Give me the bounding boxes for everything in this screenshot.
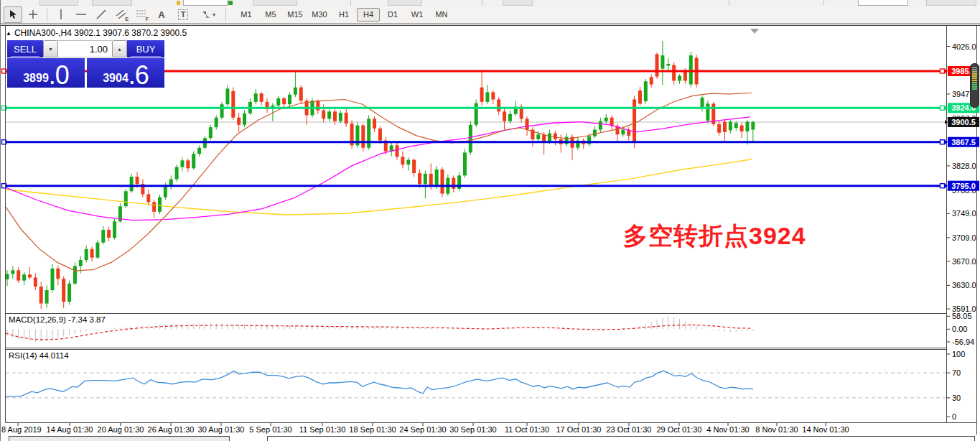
candle-body <box>497 99 500 111</box>
candle-body <box>237 118 241 125</box>
candle-body <box>536 134 540 139</box>
candle-body <box>260 93 263 102</box>
macd-label: MACD(12,26,9) -7.34 3.87 <box>9 315 106 324</box>
widget-stripe <box>972 75 977 77</box>
candle-body <box>136 177 139 184</box>
candle-body <box>299 88 303 101</box>
candle-body <box>406 160 410 165</box>
rsi-axis-label: 0 <box>952 412 956 421</box>
sell-price-box[interactable]: 3899.0 <box>7 58 85 88</box>
bottom-window-strip <box>0 435 980 441</box>
rsi-axis-label: 30 <box>952 394 961 402</box>
buy-price-small: 3904 <box>103 73 129 84</box>
widget-stripe <box>972 84 977 85</box>
candle-body <box>79 260 83 266</box>
symbol-ohlc-text: CHINA300-,H4 3902.1 3907.6 3870.2 3900.5 <box>14 28 187 38</box>
candle-body <box>729 122 732 131</box>
widget-stripe <box>972 80 977 81</box>
candle-body <box>554 134 557 139</box>
candle-body <box>28 274 32 277</box>
candle-body <box>220 104 224 117</box>
candle-body <box>197 148 201 154</box>
widget-stripe <box>972 71 977 73</box>
date-axis-label: 8 Aug 2019 <box>1 425 42 434</box>
candle-body <box>124 191 128 206</box>
macd-axis-label: 58.05 <box>952 312 972 320</box>
chart-text-annotation[interactable]: 多空转折点3924 <box>623 220 806 253</box>
date-axis-label: 4 Nov 01:30 <box>706 425 749 434</box>
candle-body <box>593 130 597 136</box>
candle-body <box>50 269 54 290</box>
candle-body <box>73 266 77 283</box>
sell-button[interactable]: SELL <box>7 40 43 57</box>
candle-body <box>650 77 653 84</box>
candle-body <box>526 119 529 129</box>
sell-price-big: .0 <box>49 65 69 86</box>
candle-body <box>745 122 749 131</box>
line-handle <box>941 140 945 144</box>
candle-body <box>231 91 235 118</box>
candle-body <box>62 279 65 302</box>
volume-increase-button[interactable]: ▲ <box>112 40 127 57</box>
chart-shift-marker[interactable] <box>750 29 759 34</box>
volume-decrease-button[interactable]: ▼ <box>43 40 58 57</box>
date-axis-label: 14 Nov 01:30 <box>802 425 849 434</box>
volume-input[interactable] <box>58 40 112 57</box>
line-handle <box>941 69 945 73</box>
ma-mid-line <box>6 117 750 220</box>
candle-body <box>90 249 94 258</box>
candle-body <box>56 269 60 279</box>
spin-up-icon: ▲ <box>117 47 122 52</box>
candle-body <box>11 270 14 274</box>
date-axis-label: 29 Oct 01:30 <box>657 425 702 434</box>
candle-body <box>661 55 664 68</box>
collapse-arrow-icon[interactable]: ▲ <box>6 30 11 37</box>
candle-body <box>475 103 478 125</box>
candle-body <box>599 121 602 130</box>
price-axis-label: 3670.0 <box>952 257 976 266</box>
buy-button[interactable]: BUY <box>127 40 164 57</box>
candle-body <box>107 230 111 238</box>
mini-scroll-widget[interactable] <box>970 63 979 108</box>
candle-body <box>146 194 150 202</box>
widget-stripe <box>972 73 977 75</box>
candle-body <box>491 92 495 99</box>
candle-body <box>503 111 506 121</box>
symbol-ohlc-header: ▲CHINA300-,H4 3902.1 3907.6 3870.2 3900.… <box>6 28 187 38</box>
candle-body <box>333 111 337 121</box>
line-handle <box>941 184 945 188</box>
bottom-window-fragment[interactable] <box>9 436 230 441</box>
widget-stripe <box>972 82 977 83</box>
candle-body <box>378 129 382 141</box>
candle-body <box>424 174 427 184</box>
bottom-window-fragment[interactable] <box>267 436 975 441</box>
price-axis-label: 4026.0 <box>952 42 976 51</box>
date-axis-label: 23 Oct 01:30 <box>607 425 652 434</box>
candle-body <box>294 88 297 95</box>
date-axis-label: 11 Sep 01:30 <box>299 425 346 434</box>
candle-body <box>322 111 325 119</box>
candle-body <box>130 177 134 191</box>
date-axis-label: 26 Aug 01:30 <box>148 425 195 434</box>
candle-body <box>254 93 258 102</box>
price-axis-label: 3749.0 <box>952 209 976 218</box>
rsi-label: RSI(14) 44.0114 <box>9 351 69 360</box>
price-axis-label: 3828.0 <box>952 162 976 170</box>
candle-body <box>542 134 546 141</box>
candle-body <box>717 124 721 133</box>
date-axis-label: 30 Sep 01:30 <box>449 425 496 434</box>
candle-body <box>666 64 670 66</box>
candle-body <box>508 114 512 121</box>
mt5-terminal: { "toolbar": { "letters": {"text_tool": … <box>0 0 980 441</box>
buy-price-box[interactable]: 3904.6 <box>87 58 164 88</box>
candle-body <box>367 119 370 147</box>
candle-body <box>672 65 676 81</box>
date-axis-label: 24 Sep 01:30 <box>399 425 446 434</box>
candle-body <box>480 88 484 102</box>
candle-body <box>6 274 9 279</box>
candle-body <box>633 99 636 141</box>
date-axis-label: 20 Aug 01:30 <box>98 425 144 434</box>
price-axis-label: 3709.0 <box>952 233 976 242</box>
window-left-edge <box>0 0 1 441</box>
current-price-tag: 3900.5 <box>951 118 976 126</box>
